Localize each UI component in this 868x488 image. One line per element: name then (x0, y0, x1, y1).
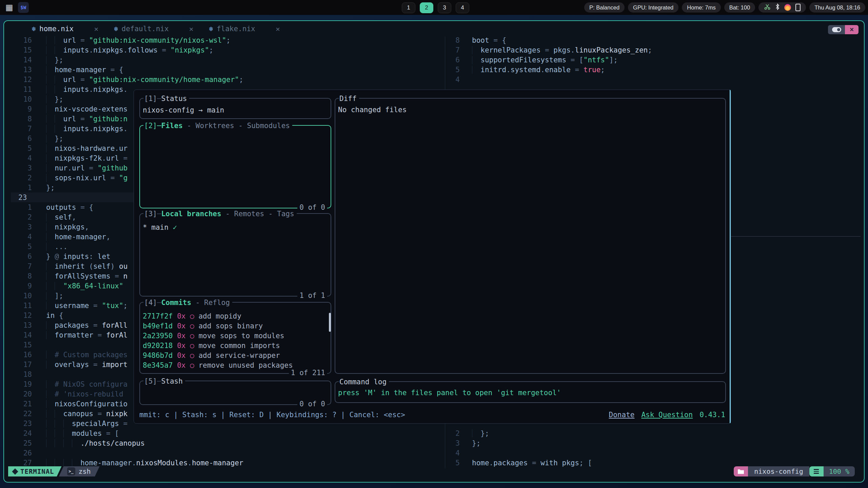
ping-pill[interactable]: Home: 7ms (682, 2, 721, 13)
tab-default-nix[interactable]: ❄ default.nix × (107, 21, 202, 37)
toggle-icon (832, 27, 841, 32)
code-line: 14 }; (11, 55, 445, 65)
tab-close-icon[interactable]: × (94, 25, 98, 33)
code-line: 25 ./hosts/canopus (11, 438, 445, 448)
code-line: 16 url = "github:nix-community/nixos-wsl… (11, 35, 445, 45)
tab-home-nix[interactable]: ❄ home.nix × (25, 21, 107, 37)
lazygit-files-panel[interactable]: [2]─Files - Worktrees - Submodules 0 of … (139, 125, 331, 208)
mode-segment: TERMINAL (8, 466, 62, 476)
lazygit-links: Donate Ask Question 0.43.1 (609, 410, 725, 420)
commits-scrollbar[interactable] (329, 313, 331, 332)
lazygit-stash-panel[interactable]: [5]─Stash 0 of 0 (139, 381, 331, 405)
code-line: 4 (452, 448, 859, 458)
lazygit-status-panel[interactable]: [1]─Status nixos-config → main (139, 98, 331, 119)
lazygit-diff-panel[interactable]: Diff No changed files (335, 98, 726, 374)
code-line: 13 home-manager = { (11, 65, 445, 75)
ask-question-link[interactable]: Ask Question (641, 410, 693, 420)
files-counter: 0 of 0 (297, 203, 327, 212)
check-icon: ✓ (173, 223, 177, 231)
command-log-content: press 'M' in the files panel to open 'gi… (335, 382, 725, 398)
keybindings-text: mmit: c | Stash: s | Reset: D | Keybindi… (139, 410, 405, 420)
tab-label: flake.nix (217, 25, 255, 33)
lines-icon (809, 466, 824, 476)
terminal-window: ❄ home.nix × ❄ default.nix × ❄ flake.nix… (3, 20, 865, 483)
code-line: 8boot = { (452, 35, 859, 45)
tab-flake-nix[interactable]: ❄ flake.nix × (202, 21, 289, 37)
flame-icon[interactable] (784, 4, 791, 11)
panel-title: Command log (339, 377, 389, 387)
code-line: 26 (11, 448, 445, 458)
window-controls: × (828, 25, 859, 34)
overlay-right-border (730, 90, 731, 423)
lazygit-command-log-panel[interactable]: Command log press 'M' in the files panel… (335, 381, 726, 403)
window-toggle-button[interactable] (828, 25, 845, 34)
lazygit-keybindings-bar: mmit: c | Stash: s | Reset: D | Keybindi… (139, 410, 725, 420)
editor-pane-home-nix[interactable]: 2 };3};45home.packages = with pkgs; [ (452, 428, 859, 468)
shell-label: zsh (79, 467, 91, 475)
workspace-button-2[interactable]: 2 (420, 2, 433, 13)
stash-counter: 0 of 0 (297, 399, 327, 409)
statusline-left: TERMINAL >_ zsh (8, 466, 100, 476)
window-close-button[interactable]: × (845, 25, 859, 34)
code-line: 24 modules = [ (11, 428, 445, 438)
terminal-icon: >_ (67, 467, 75, 475)
commit-list: 2717f2f 0x ○ add mopidyb49ef1d 0x ○ add … (140, 303, 331, 370)
workspace-button-1[interactable]: 1 (402, 2, 415, 13)
commit-row[interactable]: 2717f2f 0x ○ add mopidy (143, 311, 331, 321)
workspace-button-3[interactable]: 3 (438, 2, 451, 13)
scissors-icon[interactable] (764, 3, 771, 12)
commit-row[interactable]: b49ef1d 0x ○ add sops binary (143, 321, 331, 331)
topbar: ▦ $W 1 2 3 4 P: Balanced GPU: Integrated… (0, 0, 868, 15)
workspace-switcher: 1 2 3 4 (402, 2, 469, 13)
code-line: 2 }; (452, 428, 859, 438)
topbar-left: ▦ $W (5, 0, 29, 15)
tab-close-icon[interactable]: × (276, 25, 280, 33)
diff-content: No changed files (335, 99, 725, 115)
donate-link[interactable]: Donate (609, 410, 635, 420)
mode-label: TERMINAL (20, 468, 54, 475)
tab-close-icon[interactable]: × (189, 25, 194, 33)
desktop: ▦ $W 1 2 3 4 P: Balanced GPU: Integrated… (0, 0, 868, 488)
code-line: 4 (452, 75, 859, 84)
commit-row[interactable]: 2a23950 0x ○ move sops to modules (143, 331, 331, 341)
panel-title: [2]─Files - Worktrees - Submodules (143, 121, 292, 131)
gpu-pill[interactable]: GPU: Integrated (628, 2, 678, 13)
editor-pane-default-nix[interactable]: 8boot = {7 kernelPackages = pkgs.linuxPa… (452, 35, 859, 84)
bluetooth-icon[interactable] (775, 3, 780, 12)
nix-snowflake-icon: ❄ (32, 25, 36, 33)
commit-row[interactable]: 9486b7d 0x ○ add service-wrapper (143, 351, 331, 361)
panel-title: [1]─Status (143, 94, 189, 104)
project-name: nixos-config (748, 466, 809, 476)
clock-pill[interactable]: Thu Aug 08, 18:16 (809, 2, 865, 13)
code-line: 12 url = "github:nix-community/home-mana… (11, 75, 445, 84)
shell-segment: >_ zsh (59, 466, 100, 476)
code-line: 5 initrd.systemd.enable = true; (452, 65, 859, 75)
commit-row[interactable]: d920218 0x ○ move common imports (143, 341, 331, 351)
workspace-app-badge[interactable]: $W (18, 2, 29, 13)
system-tray[interactable] (758, 2, 806, 13)
lazygit-overlay: [1]─Status nixos-config → main [2]─Files… (134, 89, 731, 424)
nix-snowflake-icon: ❄ (209, 25, 213, 33)
battery-pill[interactable]: Bat: 100 (724, 2, 755, 13)
tab-label: home.nix (39, 25, 74, 33)
app-launcher-icon[interactable]: ▦ (5, 3, 13, 12)
folder-segment (734, 466, 748, 476)
statusline-right: nixos-config 100 % (734, 466, 855, 476)
tabbar: ❄ home.nix × ❄ default.nix × ❄ flake.nix… (4, 21, 864, 37)
workspace-button-4[interactable]: 4 (456, 2, 469, 13)
phone-icon[interactable] (795, 4, 801, 11)
nix-snowflake-icon: ❄ (114, 25, 118, 33)
scroll-progress: 100 % (824, 466, 855, 476)
power-profile-pill[interactable]: P: Balanced (584, 2, 625, 13)
lazygit-commits-panel[interactable]: [4]─Commits - Reflog 2717f2f 0x ○ add mo… (139, 302, 331, 374)
tab-label: default.nix (122, 25, 169, 33)
panel-title: [5]─Stash (143, 377, 185, 386)
panel-title: [3]─Local branches - Remotes - Tags (143, 209, 297, 219)
code-line: 15 inputs.nixpkgs.follows = "nixpkgs"; (11, 45, 445, 55)
lazygit-version: 0.43.1 (699, 410, 725, 420)
code-line: 3}; (452, 438, 859, 448)
vim-icon (12, 468, 18, 474)
panel-title: [4]─Commits - Reflog (143, 298, 232, 308)
panel-title: Diff (339, 94, 359, 104)
lazygit-branches-panel[interactable]: [3]─Local branches - Remotes - Tags * ma… (139, 213, 331, 297)
